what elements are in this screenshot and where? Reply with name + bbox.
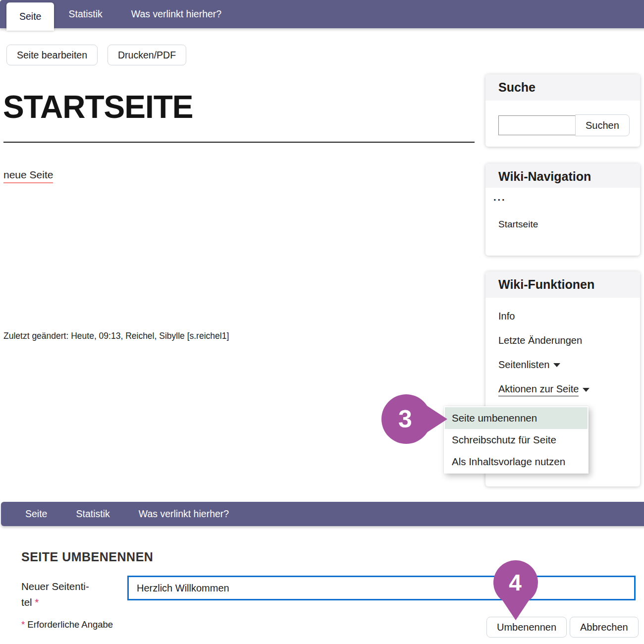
tab-was-verlinkt-hierher[interactable]: Was verlinkt hierher?	[117, 0, 236, 28]
func-item-actions-label: Aktionen zur Seite	[498, 383, 579, 396]
chevron-down-icon	[553, 363, 560, 367]
wiki-page: Seite Statistik Was verlinkt hierher? Se…	[0, 0, 644, 644]
func-item-seitenlisten[interactable]: Seitenlisten	[498, 359, 627, 371]
wiki-functions-body: Info Letzte Änderungen Seitenlisten Akti…	[485, 298, 640, 396]
tab-seite-2[interactable]: Seite	[11, 502, 61, 526]
menu-item-seite-umbenennen[interactable]: Seite umbenennen	[445, 407, 588, 429]
rename-cancel-button[interactable]: Abbrechen	[570, 617, 639, 638]
search-button[interactable]: Suchen	[575, 114, 630, 136]
title-divider	[3, 142, 475, 143]
new-title-label-line2: tel	[21, 596, 32, 608]
wiki-functions-title: Wiki-Funktionen	[485, 271, 640, 298]
func-item-info-label: Info	[498, 311, 515, 322]
search-box-title: Suche	[485, 74, 640, 101]
new-page-link[interactable]: neue Seite	[3, 169, 53, 183]
page-title: STARTSEITE	[3, 91, 193, 124]
wiki-navigation-body: Startseite	[485, 204, 640, 245]
func-item-aktionen-zur-seite[interactable]: Aktionen zur Seite	[498, 383, 627, 396]
func-item-letzte-aenderungen[interactable]: Letzte Änderungen	[498, 335, 627, 346]
page-toolbar: Seite bearbeiten Drucken/PDF	[6, 45, 186, 65]
func-item-changes-label: Letzte Änderungen	[498, 335, 582, 346]
bottom-tab-bar: Seite Statistik Was verlinkt hierher?	[1, 502, 644, 526]
required-asterisk-icon: *	[35, 596, 39, 608]
wiki-navigation-title: Wiki-Navigation	[485, 163, 640, 188]
required-field-note-text: Erforderliche Angabe	[27, 619, 113, 630]
chevron-down-icon	[583, 388, 590, 392]
page-actions-menu: Seite umbenennen Schreibschutz für Seite…	[444, 406, 589, 474]
func-item-info[interactable]: Info	[498, 311, 627, 322]
tab-seite[interactable]: Seite	[6, 2, 54, 31]
tab-statistik[interactable]: Statistik	[54, 0, 116, 28]
annotation-step-number: 3	[398, 405, 412, 433]
func-item-lists-label: Seitenlisten	[498, 359, 549, 371]
new-title-input[interactable]	[127, 576, 636, 600]
tab-statistik-2[interactable]: Statistik	[61, 502, 124, 526]
annotation-step-number: 4	[509, 570, 522, 595]
new-title-label-line1: Neuer Seitenti-	[21, 581, 89, 592]
tab-was-verlinkt-hierher-2[interactable]: Was verlinkt hierher?	[124, 502, 243, 526]
top-tab-bar: Seite Statistik Was verlinkt hierher?	[0, 0, 644, 28]
edit-page-button[interactable]: Seite bearbeiten	[6, 45, 98, 65]
menu-item-schreibschutz[interactable]: Schreibschutz für Seite	[445, 429, 588, 451]
annotation-balloon-4: 4	[493, 560, 539, 621]
wiki-navigation-box: Wiki-Navigation ... Startseite	[485, 163, 640, 256]
required-asterisk-icon: *	[21, 619, 25, 630]
last-modified-text: Zuletzt geändert: Heute, 09:13, Reichel,…	[3, 331, 229, 341]
search-input[interactable]	[498, 115, 576, 135]
ellipsis-toggle[interactable]: ...	[493, 192, 640, 203]
rename-section-title: SEITE UMBENENNEN	[21, 550, 153, 564]
required-field-note: * Erforderliche Angabe	[21, 619, 113, 630]
nav-link-startseite[interactable]: Startseite	[498, 219, 538, 229]
print-pdf-button[interactable]: Drucken/PDF	[107, 45, 186, 65]
new-title-label: Neuer Seitenti- tel *	[21, 579, 113, 610]
menu-item-inhaltsvorlage[interactable]: Als Inhaltsvorlage nutzen	[445, 451, 588, 473]
search-form: Suchen	[485, 101, 640, 136]
annotation-balloon-3: 3	[377, 393, 448, 445]
search-box: Suche Suchen	[485, 74, 640, 147]
